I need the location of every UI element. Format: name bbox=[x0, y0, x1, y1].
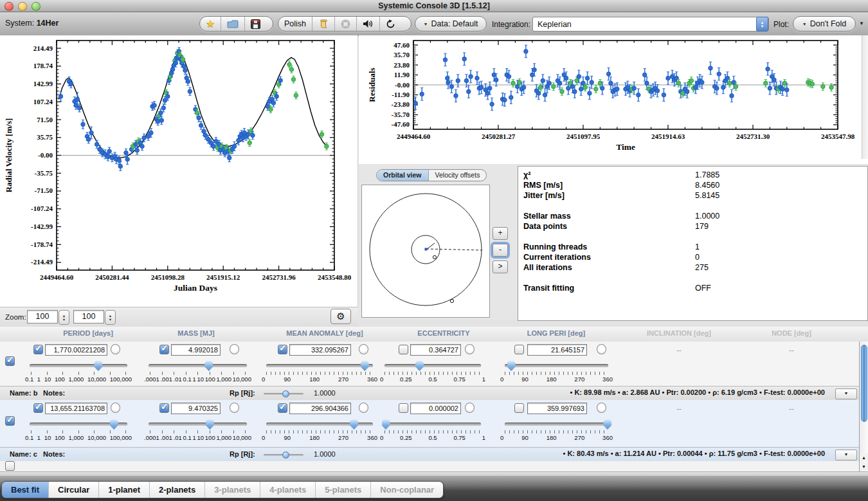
save-button[interactable] bbox=[245, 17, 266, 31]
slider-thumb[interactable] bbox=[603, 419, 611, 430]
mass-minimize-radio[interactable] bbox=[230, 403, 239, 413]
refresh-button[interactable] bbox=[380, 17, 401, 31]
rp-slider[interactable] bbox=[264, 393, 303, 395]
slider-thumb[interactable] bbox=[206, 419, 214, 430]
fit-tab-1-planet[interactable]: 1-planet bbox=[99, 482, 150, 498]
slider-thumb[interactable] bbox=[204, 361, 213, 371]
plot-settings-button[interactable]: ⚙ bbox=[330, 309, 351, 324]
mass-slider[interactable]: .0001.001.010.11101001,00010,000 bbox=[149, 360, 247, 383]
mass-fit-checkbox[interactable] bbox=[159, 403, 169, 413]
mean_anomaly-value-field[interactable]: 296.904366 bbox=[289, 403, 351, 414]
long_peri-slider[interactable]: 090180270360 bbox=[505, 419, 608, 442]
integration-select[interactable]: Keplerian ▲▼ bbox=[532, 17, 769, 32]
period-slider[interactable]: 0.11101001,00010,000100,000 bbox=[30, 419, 127, 442]
period-minimize-radio[interactable] bbox=[111, 403, 120, 413]
period-value-field[interactable]: 13,655.21163708 bbox=[45, 403, 107, 414]
mass-slider[interactable]: .0001.001.010.11101001,00010,000 bbox=[149, 419, 247, 442]
eccentricity-value-field[interactable]: 0.000002 bbox=[410, 403, 461, 414]
planet-enable-checkbox[interactable] bbox=[5, 356, 15, 366]
planet-enable-checkbox[interactable] bbox=[5, 416, 15, 426]
mean_anomaly-slider[interactable]: 090180270360 bbox=[266, 360, 373, 383]
long_peri-value-field[interactable]: 21.645157 bbox=[527, 344, 587, 356]
scroll-up-button[interactable]: ▲ bbox=[859, 453, 868, 462]
sound-button[interactable] bbox=[357, 17, 380, 31]
rp-slider[interactable] bbox=[264, 454, 303, 456]
zoom-y-stepper[interactable]: ▲▼ bbox=[105, 310, 116, 325]
eccentricity-minimize-radio[interactable] bbox=[465, 344, 475, 354]
period-fit-checkbox[interactable] bbox=[33, 403, 43, 413]
params-scrollbar[interactable] bbox=[859, 342, 868, 471]
slider-thumb[interactable] bbox=[110, 419, 118, 430]
slider-thumb[interactable] bbox=[382, 419, 390, 430]
zoom-y-input[interactable]: 100 bbox=[73, 310, 104, 323]
orbit-zoom-out-button[interactable]: - bbox=[493, 244, 508, 257]
zoom-button[interactable] bbox=[32, 2, 41, 11]
eccentricity-slider[interactable]: 00.250.50.751 bbox=[384, 419, 481, 442]
mean_anomaly-minimize-radio[interactable] bbox=[359, 344, 368, 354]
orbit-tab-orbital-view[interactable]: Orbital view bbox=[377, 170, 429, 181]
radial-velocity-plot[interactable]: 214.49178.74142.99107.2471.5035.75-0.00-… bbox=[0, 35, 358, 307]
long_peri-slider[interactable]: 090180270360 bbox=[505, 360, 608, 383]
long_peri-minimize-radio[interactable] bbox=[597, 344, 606, 354]
mean_anomaly-value-field[interactable]: 332.095267 bbox=[289, 344, 351, 356]
period-minimize-radio[interactable] bbox=[111, 344, 120, 354]
slider-thumb[interactable] bbox=[94, 361, 102, 371]
zoom-x-stepper[interactable]: ▲▼ bbox=[59, 310, 69, 325]
scroll-down-button[interactable]: ▼ bbox=[859, 462, 868, 471]
row-options-dropdown[interactable]: ▼ bbox=[835, 450, 857, 460]
mean_anomaly-slider[interactable]: 090180270360 bbox=[266, 419, 373, 442]
eccentricity-value-field[interactable]: 0.364727 bbox=[410, 344, 461, 356]
integration-stepper[interactable]: ▲▼ bbox=[756, 17, 768, 32]
row-options-dropdown[interactable]: ▼ bbox=[835, 388, 857, 399]
orbit-step-button[interactable]: > bbox=[493, 260, 508, 273]
long_peri-fit-checkbox[interactable] bbox=[514, 403, 524, 413]
long_peri-value-field[interactable]: 359.997693 bbox=[527, 403, 587, 414]
plot-fold-dropdown[interactable]: ▼ Don't Fold bbox=[793, 16, 856, 32]
period-slider[interactable]: 0.11101001,00010,000100,000 bbox=[30, 360, 127, 383]
mass-value-field[interactable]: 9.470325 bbox=[171, 403, 221, 414]
data-dropdown[interactable]: ▼ Data: Default bbox=[415, 16, 487, 32]
long_peri-minimize-radio[interactable] bbox=[597, 403, 606, 413]
params-scrollbar-thumb[interactable] bbox=[861, 345, 867, 422]
long_peri-fit-checkbox[interactable] bbox=[514, 345, 524, 354]
eccentricity-minimize-radio[interactable] bbox=[465, 403, 475, 413]
script-button[interactable] bbox=[312, 17, 335, 31]
eccentricity-slider[interactable]: 00.250.50.751 bbox=[384, 360, 481, 383]
open-button[interactable] bbox=[221, 17, 245, 31]
stop-button[interactable] bbox=[335, 17, 357, 31]
mass-fit-checkbox[interactable] bbox=[159, 345, 169, 354]
mass-value-field[interactable]: 4.992018 bbox=[171, 344, 221, 356]
eccentricity-fit-checkbox[interactable] bbox=[399, 403, 408, 413]
fit-tab-2-planets[interactable]: 2-planets bbox=[150, 482, 205, 498]
fit-tab-circular[interactable]: Circular bbox=[49, 482, 99, 498]
mean_anomaly-fit-checkbox[interactable] bbox=[278, 345, 287, 354]
mass-minimize-radio[interactable] bbox=[230, 344, 239, 354]
rp-slider-thumb[interactable] bbox=[282, 390, 289, 397]
mean_anomaly-fit-checkbox[interactable] bbox=[278, 403, 287, 413]
residuals-scrollbar-track[interactable] bbox=[862, 35, 868, 159]
fit-tab-best-fit[interactable]: Best fit bbox=[2, 482, 49, 498]
favorite-button[interactable]: ★ bbox=[200, 17, 221, 31]
close-button[interactable] bbox=[5, 2, 14, 11]
notes-label[interactable]: Notes: bbox=[43, 389, 65, 397]
mean_anomaly-minimize-radio[interactable] bbox=[359, 403, 368, 413]
slider-thumb[interactable] bbox=[361, 361, 369, 371]
period-value-field[interactable]: 1,770.00221208 bbox=[45, 344, 107, 356]
residuals-plot[interactable]: 47.6035.7023.8011.90-0.00-11.90-23.80-35… bbox=[359, 35, 868, 164]
orbit-zoom-in-button[interactable]: + bbox=[493, 227, 508, 240]
minimize-button[interactable] bbox=[18, 2, 27, 11]
slider-thumb[interactable] bbox=[350, 419, 358, 430]
residuals-svg: 47.6035.7023.8011.90-0.00-11.90-23.80-35… bbox=[359, 35, 868, 164]
planet-enable-checkbox[interactable] bbox=[5, 461, 15, 471]
period-fit-checkbox[interactable] bbox=[33, 345, 43, 354]
eccentricity-fit-checkbox[interactable] bbox=[399, 345, 408, 354]
polish-button[interactable]: Polish bbox=[278, 17, 312, 31]
orbital-view-canvas[interactable] bbox=[361, 185, 490, 318]
toolbar-overflow-arrow[interactable]: ▼ bbox=[859, 21, 864, 26]
notes-label[interactable]: Notes: bbox=[43, 450, 65, 458]
slider-thumb[interactable] bbox=[507, 361, 516, 371]
rp-slider-thumb[interactable] bbox=[282, 451, 289, 459]
orbit-tab-velocity-offsets[interactable]: Velocity offsets bbox=[429, 170, 487, 181]
slider-thumb[interactable] bbox=[415, 361, 424, 371]
zoom-x-input[interactable]: 100 bbox=[27, 310, 58, 323]
